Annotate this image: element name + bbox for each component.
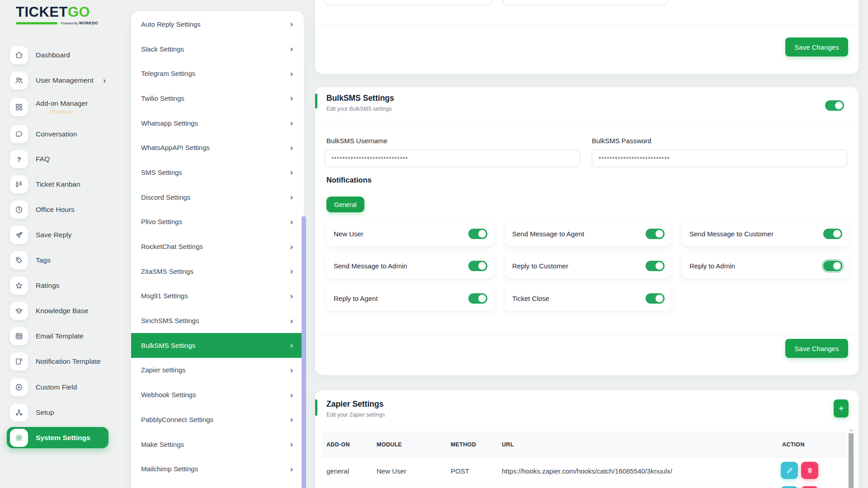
settings-menu-item-auto-reply[interactable]: Auto Reply Settings› (131, 12, 304, 37)
scrollbar-thumb[interactable] (849, 433, 854, 488)
sidebar-item-ratings[interactable]: Ratings (7, 277, 108, 295)
gear-icon (10, 429, 28, 447)
add-zapier-button[interactable]: + (834, 399, 849, 418)
chevron-right-icon: › (290, 217, 293, 227)
sidebar-item-user-management[interactable]: User Management › (7, 71, 108, 89)
logo-powered-by: Powered By WORKDO (61, 21, 98, 25)
col-header-addon: ADD-ON (326, 441, 350, 448)
sidebar-item-notification-template[interactable]: Notification Template (7, 352, 108, 371)
settings-menu-item-zendesk[interactable]: Zendesk Settings› (131, 481, 304, 488)
scroll-up-arrow-icon[interactable]: ▲ (848, 427, 854, 433)
chevron-right-icon: › (290, 93, 293, 103)
send-message-to-agent-toggle[interactable] (646, 229, 665, 239)
kanban-icon (10, 175, 28, 193)
settings-menu-item-make[interactable]: Make Settings› (131, 432, 304, 457)
reply-to-customer-toggle[interactable] (646, 261, 665, 271)
settings-menu-item-rocketchat[interactable]: RocketChat Settings› (131, 234, 304, 259)
settings-menu-item-slack[interactable]: Slack Settings› (131, 37, 304, 61)
sidebar-item-office-hours[interactable]: Office Hours (7, 201, 108, 219)
chevron-right-icon: › (290, 390, 293, 400)
sidebar-item-email-template[interactable]: Email Template (7, 327, 108, 345)
settings-menu-item-msg91[interactable]: Msg91 Settings› (131, 284, 304, 309)
settings-menu-item-mailchimp[interactable]: Mailchimp Settings› (131, 456, 304, 481)
settings-menu-scrollbar[interactable] (302, 216, 306, 488)
cell-module: New User (377, 467, 406, 475)
save-changes-button-top[interactable]: Save Changes (785, 38, 848, 56)
settings-menu-item-sinchsms[interactable]: SinchSMS Settings› (131, 308, 304, 333)
chevron-right-icon: › (290, 167, 293, 177)
settings-menu-item-sms[interactable]: SMS Settings› (131, 160, 304, 185)
new-user-toggle[interactable] (468, 229, 487, 239)
delete-button[interactable] (801, 462, 818, 479)
reply-to-agent-toggle[interactable] (468, 293, 487, 304)
settings-menu-item-zapier[interactable]: Zapier settings› (131, 358, 304, 383)
sidebar-item-ticket-kanban[interactable]: Ticket Kanban (7, 175, 108, 193)
settings-menu-item-bulksms[interactable]: BulkSMS Settings› (131, 333, 304, 358)
chevron-right-icon: › (290, 19, 293, 29)
sitemap-icon (10, 404, 28, 422)
general-tab[interactable]: General (326, 197, 364, 212)
cell-url: https://hooks.zapier.com/hooks/catch/160… (502, 467, 672, 475)
toggle-card-reply-to-agent: Reply to Agent (326, 286, 494, 311)
chevron-right-icon: › (290, 118, 293, 128)
sidebar-item-custom-field[interactable]: Custom Field (7, 378, 108, 396)
main-content: Save Changes BulkSMS Settings Edit your … (315, 0, 859, 488)
notifications-heading: Notifications (326, 176, 372, 184)
bulksms-enabled-toggle[interactable] (825, 100, 844, 111)
premium-badge: Premium (36, 108, 88, 115)
row-divider (322, 483, 847, 483)
graduation-cap-icon (10, 302, 28, 320)
chevron-right-icon: › (290, 242, 293, 252)
settings-menu-item-zitasms[interactable]: ZitaSMS Settings› (131, 259, 304, 284)
delete-button[interactable] (801, 486, 818, 488)
settings-menu-item-whatsappapi[interactable]: WhatsAppAPI Settings› (131, 135, 304, 160)
chevron-right-icon: › (290, 266, 293, 276)
send-message-to-customer-toggle[interactable] (823, 229, 842, 239)
col-header-url: URL (502, 441, 514, 448)
sidebar-item-dashboard[interactable]: Dashboard (7, 46, 108, 64)
chevron-right-icon: › (290, 192, 293, 202)
col-header-method: METHOD (451, 441, 476, 448)
settings-menu-item-whatsapp[interactable]: Whatsapp Settings› (131, 111, 304, 136)
sidebar-item-tags[interactable]: Tags (7, 251, 108, 269)
app-logo[interactable]: TICKETGO Powered By WORKDO (16, 5, 99, 25)
bulksms-card-title: BulkSMS Settings (326, 94, 394, 103)
edit-button[interactable] (781, 462, 798, 479)
sidebar-item-faq[interactable]: ? FAQ (7, 150, 108, 168)
reply-to-admin-toggle[interactable] (823, 261, 842, 271)
settings-menu-item-pabblyconnect[interactable]: PabblyConnect Settings› (131, 407, 304, 432)
settings-menu-item-webhook[interactable]: Webhook Settings› (131, 382, 304, 407)
cell-method: POST (451, 467, 469, 475)
sidebar: TICKETGO Powered By WORKDO Dashboard Use… (0, 0, 131, 488)
send-icon (10, 226, 28, 244)
sidebar-item-system-settings[interactable]: System Settings (7, 427, 108, 448)
send-message-to-admin-toggle[interactable] (468, 261, 487, 271)
sidebar-item-addon-manager[interactable]: Add-on Manager Premium (7, 98, 108, 116)
plus-circle-icon (10, 378, 28, 396)
chevron-right-icon: › (290, 365, 293, 375)
edit-button[interactable] (781, 486, 798, 488)
chevron-right-icon: › (290, 340, 293, 350)
chevron-right-icon: › (103, 76, 106, 84)
settings-menu-item-twilio[interactable]: Twilio Settings› (131, 86, 304, 111)
sidebar-item-knowledge-base[interactable]: Knowledge Base (7, 302, 108, 320)
bulksms-password-input[interactable]: ************************** (592, 150, 847, 167)
ticket-close-toggle[interactable] (646, 293, 665, 304)
zapier-table-scrollbar[interactable]: ▲ (848, 427, 854, 488)
bulksms-username-input[interactable]: **************************** (325, 150, 580, 167)
sidebar-item-conversation[interactable]: Conversation (7, 125, 108, 143)
toggle-card-send-message-to-admin: Send Message to Admin (326, 253, 494, 278)
chevron-right-icon: › (290, 464, 293, 474)
pencil-icon (786, 467, 793, 474)
sidebar-item-save-reply[interactable]: Save Reply (7, 226, 108, 244)
save-changes-button-bulksms[interactable]: Save Changes (785, 339, 848, 358)
settings-menu-item-plivo[interactable]: Plivo Settings› (131, 210, 304, 235)
card-accent (315, 94, 317, 108)
partial-input-right[interactable] (503, 0, 667, 5)
partial-input-left[interactable] (325, 0, 492, 5)
settings-menu-item-discord[interactable]: Discord Settings› (131, 185, 304, 210)
toggle-card-reply-to-admin: Reply to Admin (682, 253, 849, 278)
settings-menu-item-telegram[interactable]: Telegram Settings› (131, 61, 304, 86)
bulksms-password-label: BulkSMS Password (592, 137, 651, 145)
sidebar-item-setup[interactable]: Setup (7, 404, 108, 422)
